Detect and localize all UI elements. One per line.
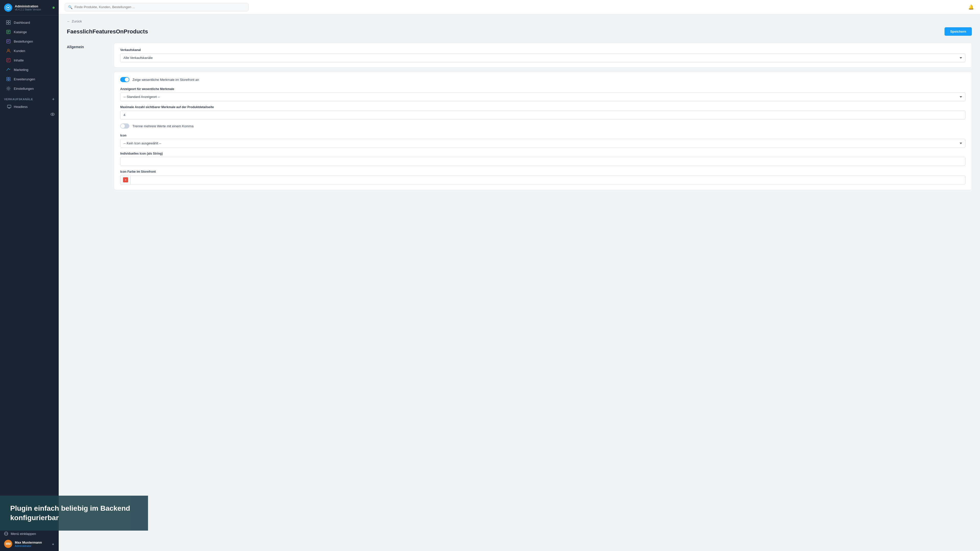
page-header: FaesslichFeaturesOnProducts Speichern <box>67 27 972 36</box>
toggle1[interactable] <box>120 77 129 82</box>
customers-icon <box>6 48 11 53</box>
sidebar-brand: Administration v6.4.2.1 Stable Version <box>15 4 41 11</box>
svg-rect-1 <box>6 21 8 22</box>
topbar-actions: 🔔 <box>968 4 974 10</box>
sidebar-item-marketing[interactable]: Marketing <box>2 65 57 74</box>
user-row[interactable]: MM Max Mustermann Administrator ▲ <box>4 540 55 548</box>
individuelles-icon-field: Individuelles Icon (als String) <box>120 152 966 166</box>
collapse-icon <box>4 532 8 536</box>
svg-rect-9 <box>6 40 10 43</box>
sidebar-header: Administration v6.4.2.1 Stable Version <box>0 0 59 16</box>
sidebar-item-erweiterungen[interactable]: Erweiterungen <box>2 75 57 84</box>
overlay-banner-text: Plugin einfach beliebig im Backend konfi… <box>10 504 138 522</box>
verkaufskanal-card: Verkaufskanal Alle Verkaufskanäle <box>114 43 972 68</box>
svg-point-22 <box>51 113 54 116</box>
svg-rect-2 <box>9 21 11 22</box>
form-section-label: Allgemein <box>67 43 108 190</box>
user-role: Administrator <box>15 545 49 548</box>
marketing-icon <box>6 67 11 72</box>
sidebar-label-bestellungen: Bestellungen <box>14 40 33 43</box>
menu-collapse-button[interactable]: Menü einklappen <box>4 530 55 537</box>
sidebar-item-bestellungen[interactable]: Bestellungen <box>2 37 57 46</box>
toggle2-knob <box>121 124 125 128</box>
search-icon: 🔍 <box>68 5 73 9</box>
form-layout: Allgemein Verkaufskanal Alle Verkaufskan… <box>67 43 972 190</box>
user-chevron-icon: ▲ <box>52 542 55 546</box>
back-arrow-icon: ← <box>67 19 70 23</box>
sidebar-item-einstellungen[interactable]: Einstellungen <box>2 84 57 93</box>
brand-name: Administration <box>15 4 41 8</box>
anzeigeort-select[interactable]: -- Standard Anzeigeort -- <box>120 92 966 101</box>
user-name: Max Mustermann <box>15 540 49 545</box>
individuelles-icon-input[interactable] <box>120 157 966 166</box>
headless-icon <box>7 105 11 109</box>
individuelles-icon-label: Individuelles Icon (als String) <box>120 152 966 156</box>
sidebar-item-kunden[interactable]: Kunden <box>2 46 57 56</box>
sidebar-label-dashboard: Dashboard <box>14 21 30 24</box>
save-button[interactable]: Speichern <box>945 27 972 36</box>
svg-rect-16 <box>9 77 10 79</box>
toggle2-row: Trenne mehrere Werte mit einem Komma <box>120 124 966 129</box>
overlay-banner: Plugin einfach beliebig im Backend konfi… <box>0 495 148 530</box>
settings-card: Zeige wesentliche Merkmale im Storefront… <box>114 72 972 190</box>
color-text-input[interactable] <box>130 176 966 184</box>
svg-rect-15 <box>6 77 8 79</box>
toggle1-label: Zeige wesentliche Merkmale im Storefront… <box>132 78 199 82</box>
color-swatch[interactable]: ✕ <box>120 175 130 185</box>
collapse-label: Menü einklappen <box>11 532 36 536</box>
svg-point-23 <box>52 114 53 115</box>
icon-farbe-row: ✕ <box>120 175 966 185</box>
page-content: ← Zurück FaesslichFeaturesOnProducts Spe… <box>59 14 980 551</box>
max-merkmale-input[interactable] <box>120 110 966 119</box>
catalog-icon <box>6 30 11 34</box>
svg-rect-3 <box>6 23 8 24</box>
verkaufskanal-label: Verkaufskanal <box>120 48 966 52</box>
svg-rect-17 <box>6 79 8 81</box>
search-bar[interactable]: 🔍 <box>65 3 248 11</box>
sidebar-section-verkaufskanaele: Verkaufskanäle + <box>0 94 59 103</box>
sidebar-label-headless: Headless <box>14 105 27 109</box>
verkaufskanal-select[interactable]: Alle Verkaufskanäle <box>120 53 966 62</box>
eye-icon[interactable] <box>48 112 57 117</box>
content-icon <box>6 58 11 62</box>
sidebar-item-headless[interactable]: Headless <box>0 103 59 110</box>
add-verkaufskanal-button[interactable]: + <box>52 97 55 102</box>
user-avatar: MM <box>4 540 12 548</box>
sidebar: Administration v6.4.2.1 Stable Version D… <box>0 0 59 551</box>
sidebar-label-einstellungen: Einstellungen <box>14 87 34 91</box>
icon-farbe-field: Icon Farbe im Storefront ✕ <box>120 170 966 185</box>
sidebar-label-kunden: Kunden <box>14 49 25 53</box>
sidebar-label-erweiterungen: Erweiterungen <box>14 77 35 81</box>
search-input[interactable] <box>75 5 245 9</box>
brand-version: v6.4.2.1 Stable Version <box>15 8 41 11</box>
toggle2[interactable] <box>120 124 129 129</box>
icon-select[interactable]: -- Kein Icon ausgewählt -- <box>120 139 966 148</box>
sidebar-item-kataloge[interactable]: Kataloge <box>2 27 57 37</box>
sidebar-item-dashboard[interactable]: Dashboard <box>2 18 57 27</box>
toggle1-knob <box>125 78 129 82</box>
topbar: 🔍 🔔 <box>59 0 980 14</box>
form-main: Verkaufskanal Alle Verkaufskanäle Zeige … <box>114 43 972 190</box>
settings-icon <box>6 86 11 91</box>
anzeigeort-field: Anzeigeort für wesentliche Merkmale -- S… <box>120 87 966 101</box>
svg-rect-4 <box>9 23 11 24</box>
sidebar-label-kataloge: Kataloge <box>14 30 27 34</box>
max-merkmale-label: Maximale Anzahl sichtbarer Merkmale auf … <box>120 105 966 109</box>
sidebar-label-marketing: Marketing <box>14 68 28 72</box>
toggle2-label: Trenne mehrere Werte mit einem Komma <box>132 124 193 128</box>
extensions-icon <box>6 77 11 81</box>
user-info: Max Mustermann Administrator <box>15 540 49 548</box>
status-dot <box>52 6 55 9</box>
sidebar-nav: Dashboard Kataloge Bestellungen <box>0 16 59 527</box>
page-title: FaesslichFeaturesOnProducts <box>67 28 148 35</box>
svg-rect-18 <box>9 79 10 81</box>
svg-rect-20 <box>7 105 11 108</box>
toggle1-row: Zeige wesentliche Merkmale im Storefront… <box>120 77 966 82</box>
breadcrumb[interactable]: ← Zurück <box>67 19 972 23</box>
svg-point-19 <box>8 88 9 89</box>
color-swatch-inner: ✕ <box>123 177 128 183</box>
sidebar-item-inhalte[interactable]: Inhalte <box>2 56 57 65</box>
sidebar-label-inhalte: Inhalte <box>14 59 24 62</box>
notification-bell-icon[interactable]: 🔔 <box>968 4 974 10</box>
anzeigeort-label: Anzeigeort für wesentliche Merkmale <box>120 87 966 91</box>
